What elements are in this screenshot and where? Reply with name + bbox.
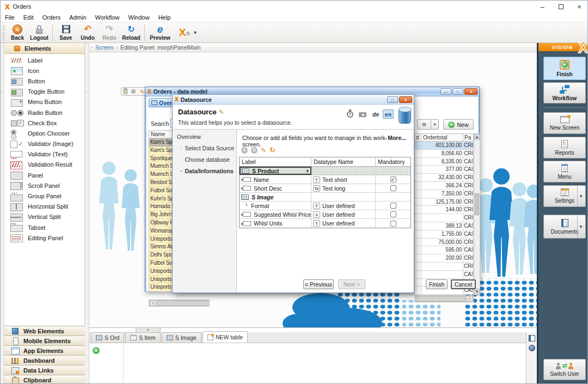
wizard-step-select-data-source[interactable]: ·Select Data Source bbox=[173, 140, 236, 151]
preview-button[interactable]: e Preview bbox=[147, 23, 173, 42]
element-radio-button[interactable]: Radio Button bbox=[4, 107, 85, 118]
refresh-fields-icon[interactable]: ↻ bbox=[270, 146, 275, 154]
edit-pencil-icon[interactable]: ✎ bbox=[140, 89, 144, 95]
finish-button-panel[interactable]: ▶ Finish bbox=[543, 57, 586, 80]
element-vertical-split[interactable]: Vertical Split bbox=[4, 212, 85, 222]
section-dashboard[interactable]: Dashboard bbox=[4, 355, 85, 365]
mandatory-checkbox[interactable] bbox=[390, 221, 396, 227]
order-row[interactable]: 1,755.00CAS bbox=[414, 230, 474, 239]
remove-field-icon[interactable]: × bbox=[251, 147, 258, 154]
order-row[interactable]: CRI bbox=[414, 214, 474, 222]
back-button[interactable]: « Back bbox=[7, 23, 28, 42]
field-row-suggested-whlsl-price[interactable]: Suggested Whlsl Price#User defined bbox=[240, 210, 411, 219]
save-button[interactable]: Save bbox=[55, 23, 77, 42]
minimize-button[interactable]: – bbox=[533, 1, 552, 13]
element-validator-image[interactable]: Validator (Image) bbox=[4, 139, 85, 149]
element-button[interactable]: Button bbox=[4, 76, 85, 86]
edit-field-icon[interactable]: ✎ bbox=[261, 147, 266, 154]
documents-dropdown-icon[interactable]: ▼ bbox=[577, 215, 584, 238]
order-row[interactable]: CAS bbox=[414, 271, 474, 279]
orders-vertical-scrollbar[interactable]: ▲ ▼ bbox=[474, 133, 480, 295]
section-data-links[interactable]: Data Links bbox=[4, 365, 85, 375]
wizard-step-choose-database[interactable]: ·Choose database bbox=[173, 151, 236, 163]
undo-button[interactable]: ↶ Undo bbox=[77, 23, 99, 42]
order-row[interactable]: 200.00CRI bbox=[414, 254, 474, 263]
element-label[interactable]: Label bbox=[4, 55, 85, 65]
field-row-s-image[interactable]: S Image bbox=[240, 193, 411, 202]
menu-workflow[interactable]: Workflow bbox=[91, 14, 124, 21]
mandatory-checkbox[interactable] bbox=[390, 185, 396, 191]
section-clipboard[interactable]: Clipboard bbox=[4, 375, 85, 384]
redo-button[interactable]: ↷ Redo bbox=[99, 23, 120, 42]
menu-help[interactable]: Help bbox=[154, 14, 175, 21]
scroll-thumb[interactable] bbox=[157, 300, 209, 306]
reports-button[interactable]: Reports bbox=[543, 137, 586, 159]
order-row[interactable]: 601,100.00CRI bbox=[414, 142, 474, 150]
field-row-s-product[interactable]: S Product▾ bbox=[240, 167, 411, 175]
add-field-icon[interactable]: + bbox=[241, 147, 248, 154]
camera-icon[interactable] bbox=[359, 112, 366, 117]
order-row[interactable]: 595.00CAS bbox=[414, 246, 474, 254]
sidebar-collapse-strip[interactable]: ‹ bbox=[85, 43, 89, 384]
language-en-button[interactable]: en bbox=[383, 109, 394, 119]
element-tabset[interactable]: Tabset bbox=[4, 222, 85, 233]
element-option-chooser[interactable]: Option Chooser bbox=[4, 128, 85, 138]
mandatory-checkbox[interactable] bbox=[390, 211, 396, 217]
names-horizontal-scrollbar[interactable]: ‹ bbox=[149, 300, 210, 307]
column-header-pa[interactable]: Pa bbox=[463, 134, 473, 141]
mandatory-checkbox[interactable] bbox=[390, 203, 396, 209]
tab-s-ord[interactable]: S Ord bbox=[91, 332, 124, 343]
settings-button[interactable]: Settings ▼ bbox=[543, 185, 586, 207]
element-scroll-panel[interactable]: Scroll Panel bbox=[4, 180, 85, 191]
element-toggle-button[interactable]: Toggle Button bbox=[4, 87, 85, 97]
order-row[interactable]: 389.13CAS bbox=[414, 222, 474, 230]
field-row-format[interactable]: └FormatTUser defined bbox=[240, 202, 411, 210]
menu-button-panel[interactable]: Menu bbox=[543, 161, 586, 182]
scroll-thumb[interactable] bbox=[415, 296, 465, 302]
element-menu-button[interactable]: Menu Button bbox=[4, 97, 85, 107]
inner-minimize-button[interactable]: — bbox=[440, 88, 451, 95]
tab-new-table[interactable]: NEW table bbox=[203, 331, 248, 343]
order-row[interactable]: 8,335.00CAS bbox=[414, 158, 474, 166]
previous-button[interactable]: < Previous bbox=[303, 279, 334, 289]
finish-button[interactable]: Finish bbox=[426, 279, 448, 289]
section-web-elements[interactable]: Web Elements bbox=[4, 326, 85, 336]
element-group-panel[interactable]: Group Panel bbox=[4, 191, 85, 201]
more-link[interactable]: More... bbox=[388, 135, 406, 141]
element-validation-result[interactable]: Validation Result bbox=[4, 160, 85, 170]
element-icon[interactable]: Icon bbox=[4, 65, 85, 76]
order-row[interactable]: 366.24CRI bbox=[414, 182, 474, 190]
column-header-mandatory[interactable]: Mandatory bbox=[376, 157, 411, 166]
new-screen-button[interactable]: New Screen bbox=[543, 112, 586, 134]
field-row-name[interactable]: NameTText short bbox=[240, 175, 411, 184]
order-row[interactable]: 7,350.00CRI bbox=[414, 190, 474, 198]
scroll-down-icon[interactable]: ▼ bbox=[474, 289, 480, 295]
element-validator-text[interactable]: Validator (Text) bbox=[4, 149, 85, 160]
order-row[interactable]: 75,000.00CRI bbox=[414, 239, 474, 247]
edit-pencil-icon[interactable]: ✎ bbox=[219, 108, 224, 116]
switch-user-button[interactable]: ⇄ Switch User bbox=[543, 359, 586, 380]
language-de-button[interactable]: de bbox=[372, 111, 379, 118]
disabled-action-icon[interactable] bbox=[131, 89, 136, 94]
mandatory-checkbox[interactable] bbox=[390, 176, 396, 182]
workflow-button[interactable]: Workflow bbox=[543, 82, 586, 103]
column-header-label[interactable]: Label bbox=[240, 157, 311, 166]
dialog-close-button[interactable]: × bbox=[399, 96, 412, 103]
toolbar-grip[interactable] bbox=[2, 25, 5, 41]
scroll-thumb[interactable] bbox=[475, 193, 479, 215]
field-row-short-desc[interactable]: Short DescTeText long bbox=[240, 184, 411, 193]
dialog-restore-button[interactable]: □ bbox=[387, 96, 398, 103]
element-horizontal-split[interactable]: Horizontal Split bbox=[4, 202, 85, 212]
menu-admin[interactable]: Admin bbox=[65, 14, 90, 21]
settings-dropdown-icon[interactable]: ▼ bbox=[577, 186, 584, 206]
breadcrumb-screen[interactable]: Screen bbox=[95, 44, 113, 51]
tab-s-image[interactable]: S Image bbox=[162, 332, 201, 343]
scroll-up-icon[interactable]: ▲ bbox=[474, 134, 480, 140]
table-menu-button[interactable]: ≡ bbox=[417, 119, 431, 130]
section-mobile-elements[interactable]: Mobile Elements bbox=[4, 336, 85, 345]
delete-icon[interactable] bbox=[124, 89, 127, 94]
left-collapse-strip[interactable]: › bbox=[1, 43, 4, 384]
order-row[interactable]: CRI bbox=[414, 263, 474, 271]
tab-s-item[interactable]: S Item bbox=[125, 332, 160, 343]
next-button[interactable]: Next > bbox=[338, 279, 365, 289]
